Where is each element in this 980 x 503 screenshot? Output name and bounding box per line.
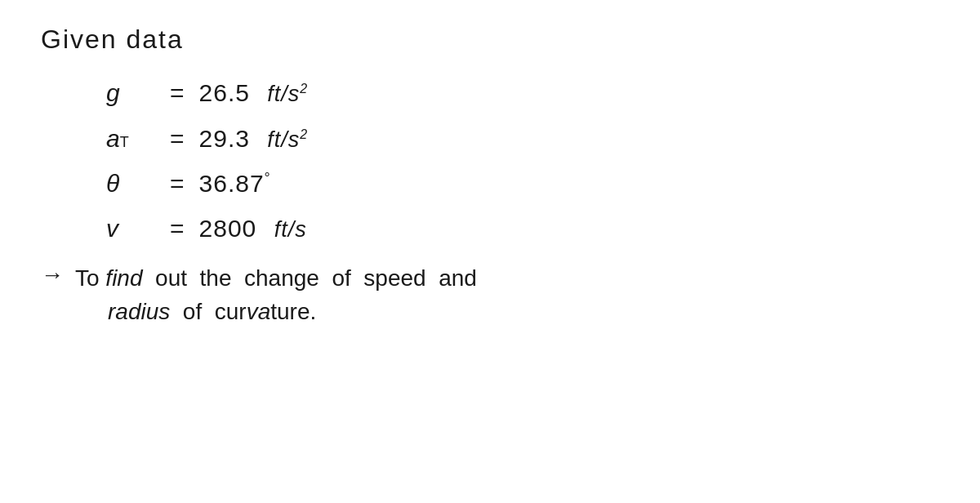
equation-v: v = 2800 ft/s	[106, 215, 939, 243]
arrow-icon: →	[41, 262, 64, 288]
equation-theta: θ = 36.87°	[106, 170, 939, 197]
equation-aT: aT = 29.3 ft/s2	[106, 125, 939, 153]
arrow-section: → To find out the change of speed and ra…	[41, 260, 939, 325]
sentence-line2: radius of curvature.	[108, 299, 477, 325]
unit-v: ft/s	[274, 217, 307, 242]
value-v: 2800 ft/s	[199, 215, 307, 243]
var-aT: aT	[106, 125, 155, 152]
unit-g: ft/s2	[267, 82, 308, 106]
page-title: Given data	[41, 24, 939, 55]
value-theta: 36.87°	[199, 170, 271, 197]
sentence-line1: To find out the change of speed and	[75, 260, 477, 296]
value-g: 26.5 ft/s2	[199, 79, 309, 107]
value-aT: 29.3 ft/s2	[199, 125, 309, 153]
equals-theta: =	[170, 170, 185, 197]
var-theta: θ	[106, 170, 155, 197]
page-content: Given data g = 26.5 ft/s2 aT = 29.3 ft/s…	[0, 0, 980, 503]
var-g: g	[106, 79, 155, 106]
equals-g: =	[170, 79, 185, 106]
sentence-block: To find out the change of speed and radi…	[75, 260, 477, 325]
equation-g: g = 26.5 ft/s2	[106, 79, 939, 107]
equals-aT: =	[170, 125, 185, 152]
unit-aT: ft/s2	[267, 127, 308, 152]
equations-block: g = 26.5 ft/s2 aT = 29.3 ft/s2 θ =	[106, 79, 939, 243]
var-v: v	[106, 215, 155, 242]
equals-v: =	[170, 215, 185, 242]
